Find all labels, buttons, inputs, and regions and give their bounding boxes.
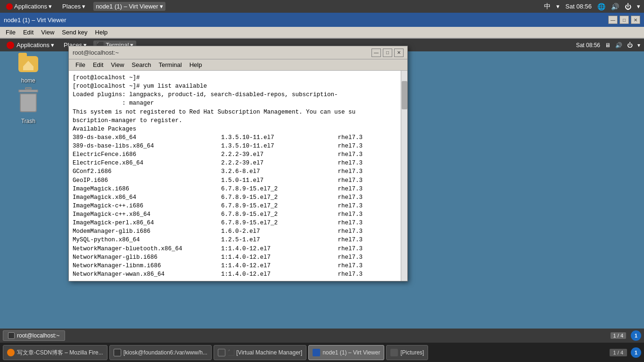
terminal-titlebar: root@localhost:~ — □ ✕ [69,46,407,59]
terminal-line: Loaded plugins: langpacks, product-id, s… [73,90,404,99]
guest-taskbar-terminal-btn[interactable]: root@localhost:~ [3,330,65,341]
virt-viewer-taskbar-icon [313,349,320,356]
host-time: Sat 08:56 [565,3,592,10]
home-icon-label: home [21,77,35,84]
virt-viewer-close-btn[interactable]: ✕ [631,16,640,24]
host-pager[interactable]: 1 / 4 [610,349,627,356]
terminal-line: This system is not registered to Red Hat… [73,108,404,116]
host-task-firefox[interactable]: 写文章-CSDN博客 – Mozilla Fire... [3,345,107,360]
home-symbol [23,61,33,70]
terminal-line: Available Packages [73,125,404,133]
folder-body [18,56,38,72]
pictures-icon [390,349,398,356]
terminal-content[interactable]: [root@localhost ~]#[root@localhost ~]# y… [69,71,407,281]
trash-lid [18,90,38,92]
host-task-pictures[interactable]: [Pictures] [386,345,428,360]
terminal-line: GeoIP.i686 1.5.0-11.el7 rhel7.3 [73,176,404,185]
guest-apps-label: Applications [17,41,50,49]
host-places-chevron: ▾ [82,3,85,10]
host-window-label: node1 (1) – Virt Viewer [96,3,158,10]
virt-viewer-maximize-btn[interactable]: □ [619,16,629,24]
guest-taskbar: root@localhost:~ 1 / 4 1 [0,329,644,343]
terminal-line: NetworkManager-libnm.i686 1:1.4.0-12.el7… [73,262,404,270]
guest-terminal-taskbar-label: root@localhost:~ [17,332,60,339]
terminal-line: [root@localhost ~]# yum list available [73,82,404,90]
host-window-btn[interactable]: node1 (1) – Virt Viewer ▾ [93,2,165,11]
host-power-chevron: ▾ [637,3,640,10]
host-task-virt-viewer-label: node1 (1) – Virt Viewer [322,349,380,356]
terminal-line: ImageMagick.x86_64 6.7.8.9-15.el7_2 rhel… [73,193,404,202]
terminal-line: NetworkManager-bluetooth.x86_64 1:1.4.0-… [73,245,404,253]
desktop-icon-home[interactable]: home [9,53,47,84]
vv-help-menu[interactable]: Help [91,28,112,37]
guest-notification-badge[interactable]: 1 [631,330,641,341]
term-help-menu[interactable]: Help [186,60,206,69]
host-task-pictures-label: [Pictures] [400,349,424,356]
term-search-menu[interactable]: Search [128,60,155,69]
term-terminal-menu[interactable]: Terminal [155,60,186,69]
terminal-close-btn[interactable]: ✕ [394,49,404,57]
virt-viewer-title: node1 (1) – Virt Viewer [4,16,66,24]
host-topbar: Applications ▾ Places ▾ node1 (1) – Virt… [0,0,644,13]
term-view-menu[interactable]: View [107,60,128,69]
host-window-chevron: ▾ [160,3,163,10]
terminal-line: ImageMagick.i686 6.7.8.9-15.el7_2 rhel7.… [73,185,404,193]
guest-area: Applications ▾ Places ▾ ⬛ Terminal ▾ Sat… [0,39,644,343]
firefox-icon [7,349,15,356]
host-task-terminal[interactable]: [kiosk@foundation6:/var/www/h... [109,345,212,360]
desktop-icon-trash[interactable]: Trash [9,93,47,124]
guest-power-chevron: ▾ [637,42,640,49]
term-file-menu[interactable]: File [72,60,89,69]
home-folder-icon [17,53,40,75]
virt-viewer-minimize-btn[interactable]: — [608,16,618,24]
guest-apps-icon [7,41,14,49]
host-apps-menu[interactable]: Applications ▾ [4,2,54,11]
guest-terminal-taskbar-icon [8,332,15,339]
guest-apps-menu[interactable]: Applications ▾ [4,41,57,50]
host-taskbar: 写文章-CSDN博客 – Mozilla Fire... [kiosk@foun… [0,343,644,362]
host-apps-label: Applications [14,3,47,10]
vv-view-menu[interactable]: View [37,28,58,37]
host-task-firefox-label: 写文章-CSDN博客 – Mozilla Fire... [17,349,103,357]
terminal-line: ImageMagick-perl.x86_64 6.7.8.9-15.el7_2… [73,219,404,227]
terminal-minimize-btn[interactable]: — [372,49,381,57]
terminal-line: NetworkManager-wwan.x86_64 1:1.4.0-12.el… [73,270,404,279]
host-topbar-left: Applications ▾ Places ▾ node1 (1) – Virt… [4,2,165,11]
host-topbar-right: 中 ▾ Sat 08:56 🌐 🔊 ⏻ ▾ [544,2,640,11]
terminal-scroll-thumb[interactable] [402,81,407,109]
terminal-line: GConf2.i686 3.2.6-8.el7 rhel7.3 [73,167,404,176]
virt-viewer-wm-buttons: — □ ✕ [608,16,640,24]
terminal-maximize-btn[interactable]: □ [383,49,392,57]
guest-topbar-right: Sat 08:56 🖥 🔊 ⏻ ▾ [576,42,640,49]
host-power-icon: ⏻ [625,3,631,10]
host-task-virt-manager[interactable]: ⬛ [Virtual Machine Manager] [214,345,306,360]
guest-apps-chevron: ▾ [51,41,54,49]
terminal-scrollbar[interactable] [401,71,407,281]
virt-viewer-chrome: node1 (1) – Virt Viewer — □ ✕ File Edit … [0,13,644,39]
vv-edit-menu[interactable]: Edit [19,28,37,37]
host-input-chevron: ▾ [556,3,560,10]
kiosk-terminal-icon [114,349,121,356]
host-places-menu[interactable]: Places ▾ [60,2,88,11]
guest-power-icon: ⏻ [627,42,633,49]
trash-icon [17,93,40,116]
host-notification-badge[interactable]: 1 [631,347,641,358]
virt-manager-icon [218,349,225,356]
terminal-line: MySQL-python.x86_64 1.2.5-1.el7 rhel7.3 [73,236,404,244]
host-apps-icon [6,3,13,10]
trash-icon-label: Trash [21,118,35,124]
terminal-line: NetworkManager-glib.i686 1:1.4.0-12.el7 … [73,253,404,262]
host-apps-chevron: ▾ [49,3,52,10]
host-volume-icon: 🔊 [611,3,619,10]
guest-taskbar-right: 1 / 4 1 [611,330,641,341]
vv-sendkey-menu[interactable]: Send key [58,28,91,37]
terminal-line: bscription-manager to register. [73,116,404,125]
host-places-label: Places [62,3,81,10]
term-edit-menu[interactable]: Edit [89,60,107,69]
guest-taskbar-left: root@localhost:~ [3,330,65,341]
guest-pager[interactable]: 1 / 4 [611,332,626,339]
vv-file-menu[interactable]: File [2,28,19,37]
terminal-line: ModemManager-glib.i686 1.6.0-2.el7 rhel7… [73,227,404,236]
guest-screen-icon: 🖥 [605,42,611,49]
host-task-virt-viewer[interactable]: node1 (1) – Virt Viewer [308,345,384,360]
